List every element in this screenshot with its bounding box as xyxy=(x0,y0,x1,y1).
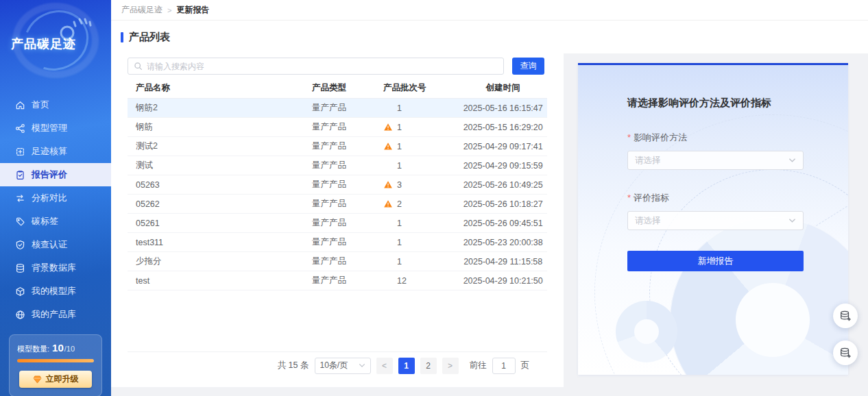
cell-batch: 12 xyxy=(375,276,459,286)
impact-method-label: *影响评价方法 xyxy=(627,132,804,144)
page-buttons: 12 xyxy=(398,358,437,374)
sidebar: 产品碳足迹 首页模型管理足迹核算报告评价分析对比碳标签核查认证背景数据库我的模型… xyxy=(0,0,111,396)
table-row[interactable]: 05263量产产品32025-05-26 10:49:25 xyxy=(128,175,547,195)
table-row[interactable]: test311量产产品12025-05-23 20:00:38 xyxy=(128,233,547,252)
quota-progress-bar xyxy=(17,359,94,362)
sidebar-item-verify[interactable]: 核查认证 xyxy=(0,233,111,256)
impact-method-select[interactable]: 请选择 xyxy=(627,151,804,170)
page-size-select[interactable]: 10条/页 xyxy=(315,358,371,374)
sidebar-item-footprint[interactable]: 足迹核算 xyxy=(0,140,111,163)
cell-product-type: 量产产品 xyxy=(304,179,375,190)
table-row[interactable]: 钢筋量产产品12025-05-15 16:29:20 xyxy=(128,118,547,137)
add-report-button[interactable]: 新增报告 xyxy=(627,251,804,271)
sidebar-item-my-products[interactable]: 我的产品库 xyxy=(0,303,111,326)
shield-check-icon xyxy=(15,240,25,250)
cell-created-time: 2025-05-26 10:18:27 xyxy=(459,199,547,209)
upgrade-button[interactable]: 立即升级 xyxy=(19,371,92,388)
sidebar-item-home[interactable]: 首页 xyxy=(0,93,111,116)
batch-number: 1 xyxy=(397,161,402,171)
page-button-1[interactable]: 1 xyxy=(398,358,415,374)
database-add-icon xyxy=(839,310,852,322)
cell-batch: 1 xyxy=(375,142,459,151)
app-title: 产品碳足迹 xyxy=(11,36,76,52)
cell-product-type: 量产产品 xyxy=(304,275,375,286)
sidebar-item-bg-database[interactable]: 背景数据库 xyxy=(0,256,111,280)
cell-created-time: 2025-05-26 09:45:51 xyxy=(459,219,547,228)
cell-product-name: 钢筋2 xyxy=(128,102,304,114)
table-row[interactable]: 05262量产产品22025-05-26 10:18:27 xyxy=(128,195,547,214)
table-row[interactable]: 测试2量产产品12025-04-29 09:17:41 xyxy=(128,137,547,156)
cell-created-time: 2025-05-16 16:15:47 xyxy=(459,103,547,113)
tag-icon xyxy=(15,216,25,227)
next-page-button[interactable]: > xyxy=(442,358,459,374)
total-count: 共 15 条 xyxy=(278,360,309,371)
cell-product-name: 05263 xyxy=(128,180,304,190)
search-row: 查询 xyxy=(128,58,547,75)
model-quota-text: 模型数量: 10 /10 xyxy=(17,342,94,354)
database-icon xyxy=(15,263,25,273)
goto-label: 前往 xyxy=(470,360,487,371)
compare-icon xyxy=(15,193,25,203)
sidebar-item-label: 我的产品库 xyxy=(32,308,76,321)
cell-product-type: 量产产品 xyxy=(304,198,375,210)
footprint-calc-icon xyxy=(15,147,25,157)
content-area: 查询 产品名称 产品类型 产品批次号 创建时间 钢筋2量产产品12025-05-… xyxy=(111,53,868,396)
cell-product-name: 钢筋 xyxy=(128,121,304,133)
chevron-down-icon xyxy=(788,218,796,223)
cell-product-type: 量产产品 xyxy=(304,121,375,133)
breadcrumb-root[interactable]: 产品碳足迹 xyxy=(121,4,162,16)
goto-page-input[interactable] xyxy=(492,358,516,374)
sidebar-item-compare[interactable]: 分析对比 xyxy=(0,186,111,210)
cell-created-time: 2025-05-26 10:49:25 xyxy=(459,180,547,190)
sidebar-item-label: 首页 xyxy=(32,99,49,111)
prev-page-button[interactable]: < xyxy=(376,358,393,374)
batch-number: 1 xyxy=(397,219,402,228)
batch-number: 1 xyxy=(397,257,402,267)
cell-product-type: 量产产品 xyxy=(304,256,375,267)
table-row[interactable]: test量产产品122025-04-29 10:21:50 xyxy=(128,271,547,290)
batch-number: 1 xyxy=(397,238,402,247)
table-row[interactable]: 钢筋2量产产品12025-05-16 16:15:47 xyxy=(128,99,547,118)
table-body: 钢筋2量产产品12025-05-16 16:15:47钢筋量产产品12025-0… xyxy=(128,99,547,290)
cell-product-type: 量产产品 xyxy=(304,140,375,152)
product-list-card: 查询 产品名称 产品类型 产品批次号 创建时间 钢筋2量产产品12025-05-… xyxy=(111,53,564,387)
indicator-select[interactable]: 请选择 xyxy=(627,211,804,230)
batch-number: 1 xyxy=(397,103,402,113)
section-title-bar: 产品列表 xyxy=(111,21,868,53)
table-row[interactable]: 少拖分量产产品12025-04-29 11:15:58 xyxy=(128,252,547,271)
sidebar-item-label: 我的模型库 xyxy=(32,285,76,297)
report-panel-zone: 请选择影响评价方法及评价指标 *影响评价方法 请选择 *评价指标 请选择 xyxy=(564,53,868,396)
pagination: 共 15 条 10条/页 < 12 > 前往 页 xyxy=(128,351,547,379)
batch-number: 1 xyxy=(397,142,402,151)
search-input[interactable] xyxy=(147,62,498,71)
database-quick-button-2[interactable] xyxy=(833,341,858,365)
database-add-icon xyxy=(839,347,852,359)
sidebar-item-report-eval[interactable]: 报告评价 xyxy=(0,163,111,186)
table-row[interactable]: 测试量产产品12025-04-29 09:15:59 xyxy=(128,156,547,175)
cell-product-name: test xyxy=(128,276,304,286)
col-header-type: 产品类型 xyxy=(304,82,375,94)
cell-product-type: 量产产品 xyxy=(304,217,375,229)
cell-created-time: 2025-05-15 16:29:20 xyxy=(459,123,547,132)
search-button[interactable]: 查询 xyxy=(512,58,544,75)
sidebar-item-model-mgmt[interactable]: 模型管理 xyxy=(0,116,111,140)
cell-batch: 1 xyxy=(375,123,459,132)
breadcrumb-current: 更新报告 xyxy=(176,4,209,16)
cell-batch: 3 xyxy=(375,180,459,190)
page-button-2[interactable]: 2 xyxy=(420,358,437,374)
chevron-down-icon xyxy=(359,363,365,368)
report-form: 请选择影响评价方法及评价指标 *影响评价方法 请选择 *评价指标 请选择 xyxy=(578,65,848,271)
breadcrumb-separator: > xyxy=(167,6,171,14)
sidebar-item-my-models[interactable]: 我的模型库 xyxy=(0,280,111,303)
sidebar-item-carbon-label[interactable]: 碳标签 xyxy=(0,210,111,233)
sidebar-item-label: 足迹核算 xyxy=(32,145,67,158)
app-window: 产品碳足迹 首页模型管理足迹核算报告评价分析对比碳标签核查认证背景数据库我的模型… xyxy=(0,0,868,396)
table-row[interactable]: 05261量产产品12025-05-26 09:45:51 xyxy=(128,214,547,233)
required-asterisk: * xyxy=(627,132,631,143)
batch-number: 1 xyxy=(397,123,402,132)
warning-icon xyxy=(383,142,393,151)
database-quick-button-1[interactable] xyxy=(833,304,858,328)
globe-icon xyxy=(15,310,25,320)
cell-product-name: 测试 xyxy=(128,160,304,171)
home-icon xyxy=(15,100,25,110)
